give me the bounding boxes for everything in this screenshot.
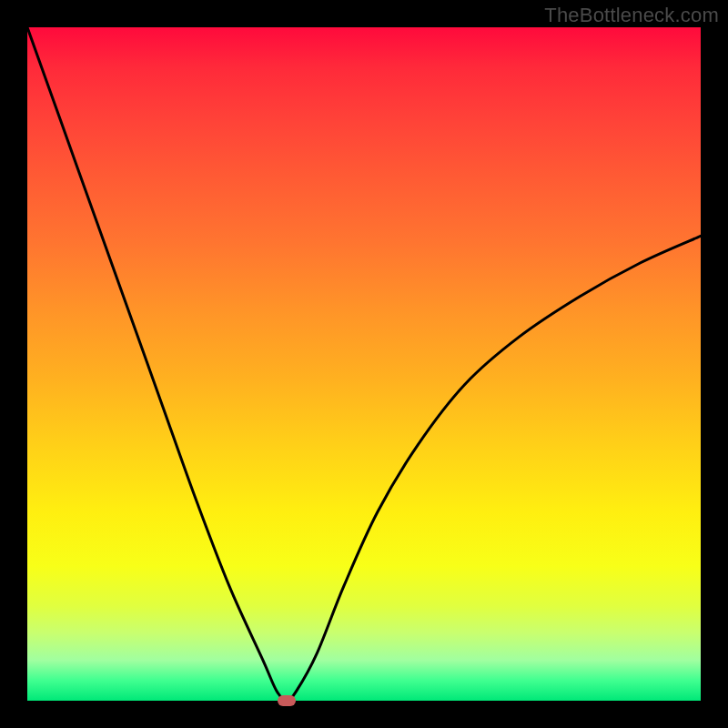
watermark-text: TheBottleneck.com: [544, 4, 719, 27]
bottleneck-curve: [27, 27, 701, 701]
chart-frame: TheBottleneck.com: [0, 0, 728, 728]
plot-area: [27, 27, 701, 701]
optimal-point-marker: [278, 695, 296, 706]
curve-svg: [27, 27, 701, 701]
